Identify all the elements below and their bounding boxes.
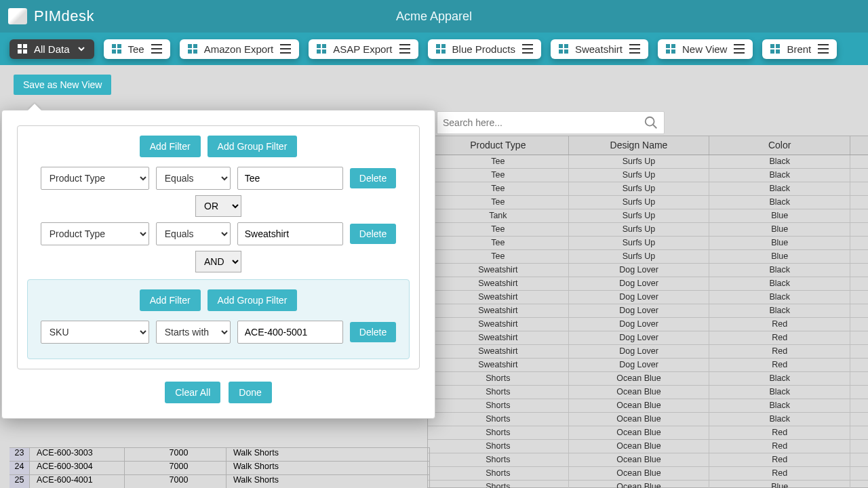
svg-rect-0 [18, 44, 22, 48]
svg-rect-2 [18, 49, 22, 54]
svg-rect-12 [317, 44, 321, 48]
grid-icon [436, 44, 446, 54]
conjunction-select[interactable]: ORAND [195, 251, 241, 272]
filter-operator-select[interactable]: EqualsStarts withContains [156, 321, 231, 344]
add-group-filter-button[interactable]: Add Group Filter [208, 136, 298, 157]
filter-value-input[interactable] [237, 222, 343, 245]
svg-rect-30 [770, 49, 774, 54]
svg-line-33 [653, 125, 657, 129]
conjunction-select[interactable]: ORAND [195, 195, 241, 217]
hamburger-icon[interactable] [522, 44, 533, 54]
svg-rect-1 [23, 44, 27, 48]
svg-rect-29 [776, 44, 780, 48]
filter-field-select[interactable]: Product TypeSKUDesign NameColor [41, 222, 149, 245]
save-as-new-view-button[interactable]: Save as New View [14, 75, 111, 95]
svg-rect-19 [441, 49, 446, 54]
add-group-filter-button[interactable]: Add Group Filter [208, 289, 298, 311]
svg-rect-4 [112, 44, 116, 48]
svg-rect-5 [117, 44, 121, 48]
svg-rect-25 [671, 44, 675, 48]
grid-icon [18, 44, 27, 54]
delete-filter-button[interactable]: Delete [350, 224, 396, 244]
tab-label: Tee [128, 43, 144, 55]
tab-label: Sweatshirt [575, 43, 623, 55]
filter-operator-select[interactable]: EqualsStarts withContains [156, 167, 231, 190]
delete-filter-button[interactable]: Delete [350, 168, 396, 188]
svg-rect-23 [564, 49, 568, 54]
hamburger-icon[interactable] [399, 44, 410, 54]
filter-popover: Add Filter Add Group Filter Product Type… [1, 110, 435, 419]
search-box[interactable] [437, 111, 665, 134]
filter-value-input[interactable] [237, 167, 343, 190]
tab-label: Brent [787, 43, 811, 55]
svg-point-32 [646, 117, 654, 126]
svg-rect-11 [193, 49, 197, 54]
view-tab[interactable]: Blue Products [428, 39, 541, 59]
filter-group-outer: Add Filter Add Group Filter Product Type… [17, 125, 420, 369]
hamburger-icon[interactable] [629, 44, 640, 54]
hamburger-icon[interactable] [151, 44, 162, 54]
filter-row: Product TypeSKUDesign NameColor EqualsSt… [27, 222, 410, 245]
svg-rect-7 [117, 49, 121, 54]
grid-icon [770, 44, 780, 54]
svg-rect-24 [666, 44, 670, 48]
hamburger-icon[interactable] [734, 44, 745, 54]
view-tab[interactable]: Amazon Export [180, 39, 300, 59]
svg-rect-3 [23, 49, 27, 54]
search-input[interactable] [443, 117, 644, 128]
clear-all-button[interactable]: Clear All [165, 382, 220, 403]
grid-icon [112, 44, 121, 54]
grid-icon [559, 44, 568, 54]
svg-rect-17 [441, 44, 446, 48]
hamburger-icon[interactable] [280, 44, 291, 54]
filter-value-input[interactable] [237, 321, 343, 344]
add-filter-button[interactable]: Add Filter [140, 136, 201, 157]
svg-rect-8 [188, 44, 192, 48]
done-button[interactable]: Done [229, 382, 271, 403]
hamburger-icon[interactable] [818, 44, 829, 54]
add-filter-button[interactable]: Add Filter [140, 289, 201, 311]
svg-rect-26 [666, 49, 670, 54]
view-tab[interactable]: All Data [9, 39, 94, 59]
filter-row: Product TypeSKUDesign NameColor EqualsSt… [27, 167, 410, 190]
filter-field-select[interactable]: Product TypeSKUDesign NameColor [41, 167, 149, 190]
app-header: PIMdesk Acme Apparel [0, 0, 868, 33]
app-name: PIMdesk [34, 7, 94, 25]
svg-rect-10 [188, 49, 192, 54]
tab-label: Blue Products [452, 43, 515, 55]
view-tab[interactable]: Sweatshirt [551, 39, 648, 59]
grid-icon [188, 44, 197, 54]
svg-rect-9 [193, 44, 197, 48]
svg-rect-14 [317, 49, 321, 54]
delete-filter-button[interactable]: Delete [350, 322, 396, 342]
svg-rect-31 [776, 49, 780, 54]
tenant-name: Acme Apparel [396, 9, 472, 24]
app-logo: PIMdesk [8, 7, 94, 25]
filter-operator-select[interactable]: EqualsStarts withContains [156, 222, 231, 245]
chevron-down-icon [77, 44, 86, 54]
logo-icon [8, 8, 27, 24]
svg-rect-21 [564, 44, 568, 48]
grid-icon [317, 44, 326, 54]
svg-rect-6 [112, 49, 116, 54]
view-tab[interactable]: New View [658, 39, 753, 59]
tab-label: ASAP Export [333, 43, 392, 55]
view-tab[interactable]: Tee [104, 39, 170, 59]
filter-field-select[interactable]: Product TypeSKUDesign NameColor [41, 321, 149, 344]
filter-row: Product TypeSKUDesign NameColor EqualsSt… [37, 321, 399, 344]
svg-rect-22 [559, 49, 563, 54]
grid-icon [666, 44, 675, 54]
svg-rect-18 [436, 49, 440, 54]
tab-label: All Data [34, 43, 70, 55]
svg-rect-20 [559, 44, 563, 48]
svg-rect-16 [436, 44, 440, 48]
svg-rect-28 [770, 44, 774, 48]
search-icon [644, 115, 658, 130]
tab-label: New View [682, 43, 727, 55]
svg-rect-15 [322, 49, 326, 54]
view-tab[interactable]: ASAP Export [309, 39, 418, 59]
tab-label: Amazon Export [204, 43, 274, 55]
view-tabs: All Data Tee Amazon Export ASAP Export B… [0, 33, 868, 65]
view-tab[interactable]: Brent [762, 39, 837, 59]
svg-rect-13 [322, 44, 326, 48]
